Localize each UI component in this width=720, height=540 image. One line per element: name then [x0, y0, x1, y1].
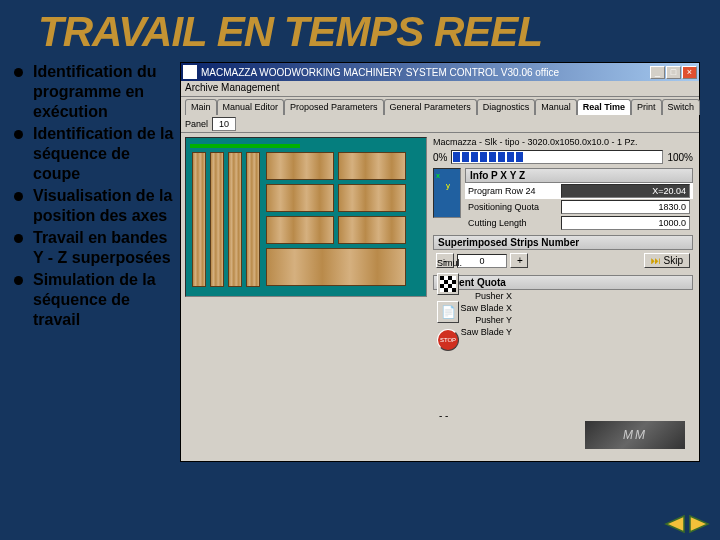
bullet-text: Travail en bandes Y - Z superposées — [33, 228, 180, 268]
bullet-text: Identification de la séquence de coupe — [33, 124, 180, 184]
tab-manual-editor[interactable]: Manual Editor — [217, 99, 285, 115]
bullet-text: Identification du programme en exécution — [33, 62, 180, 122]
program-row-value: X=20.04 — [561, 184, 690, 198]
strips-heading: Superimposed Strips Number — [433, 235, 693, 250]
svg-marker-10 — [690, 516, 708, 532]
svg-marker-9 — [666, 516, 684, 532]
wood-strip — [228, 152, 242, 287]
tab-main[interactable]: Main — [185, 99, 217, 115]
svg-rect-3 — [444, 280, 448, 284]
stop-icon: STOP — [440, 337, 456, 343]
wood-panel — [266, 216, 334, 244]
wood-panel — [338, 184, 406, 212]
document-button[interactable]: 📄 — [437, 301, 459, 323]
bullet-dot — [14, 130, 23, 139]
bullet-dot — [14, 276, 23, 285]
program-line: Macmazza - Slk - tipo - 3020.0x1050.0x10… — [433, 137, 693, 147]
wood-panel — [266, 152, 334, 180]
document-icon: 📄 — [441, 305, 456, 319]
program-row-label: Program Row 24 — [468, 186, 558, 196]
tab-general-params[interactable]: General Parameters — [384, 99, 477, 115]
tabbar: Main Manual Editor Proposed Parameters G… — [181, 97, 699, 115]
tab-diagnostics[interactable]: Diagnostics — [477, 99, 536, 115]
wood-strip — [192, 152, 206, 287]
svg-rect-8 — [452, 288, 456, 292]
wood-panel — [266, 248, 406, 286]
panel-value: 10 — [212, 117, 236, 131]
wood-panel — [338, 152, 406, 180]
bullet-dot — [14, 234, 23, 243]
progressbar — [451, 150, 663, 164]
titlebar: MACMAZZA WOODWORKING MACHINERY SYSTEM CO… — [181, 63, 699, 81]
wood-strip — [246, 152, 260, 287]
wood-strip — [210, 152, 224, 287]
lower-pane — [185, 301, 427, 457]
svg-rect-2 — [448, 276, 452, 280]
logo: MM — [585, 421, 685, 449]
wood-panel — [338, 216, 406, 244]
bullet-dot — [14, 68, 23, 77]
next-slide-button[interactable] — [688, 514, 712, 534]
svg-rect-5 — [440, 284, 444, 288]
menubar[interactable]: Archive Management — [181, 81, 699, 97]
dashes: - - — [439, 410, 448, 421]
progress-indicator — [190, 144, 300, 148]
bullet-dot — [14, 192, 23, 201]
close-button[interactable]: × — [682, 66, 697, 79]
svg-rect-6 — [448, 284, 452, 288]
minimize-button[interactable]: _ — [650, 66, 665, 79]
svg-rect-1 — [440, 276, 444, 280]
axis-diagram: x y — [433, 168, 461, 218]
checkered-flag-icon — [440, 276, 456, 292]
skip-button[interactable]: ⏭ Skip — [644, 253, 690, 268]
prev-slide-button[interactable] — [662, 514, 686, 534]
nav-buttons — [662, 514, 712, 534]
progress-left-label: 0% — [433, 152, 447, 163]
svg-rect-7 — [444, 288, 448, 292]
positioning-value: 1830.0 — [561, 200, 690, 214]
cutting-length-label: Cutting Length — [468, 218, 558, 228]
svg-rect-4 — [452, 280, 456, 284]
tab-switch[interactable]: Switch — [662, 99, 701, 115]
stop-button[interactable]: STOP — [437, 329, 459, 351]
app-window: MACMAZZA WOODWORKING MACHINERY SYSTEM CO… — [180, 62, 700, 462]
strips-value: 0 — [457, 254, 507, 268]
cutting-diagram — [185, 137, 427, 297]
progress-right-label: 100% — [667, 152, 693, 163]
subbar: Panel 10 — [181, 115, 699, 133]
plus-button[interactable]: + — [510, 253, 528, 268]
wood-panel — [266, 184, 334, 212]
slide-title: TRAVAIL EN TEMPS REEL — [0, 0, 720, 62]
positioning-label: Positioning Quota — [468, 202, 558, 212]
tab-realtime[interactable]: Real Time — [577, 99, 631, 115]
info-heading: Info P X Y Z — [465, 168, 693, 183]
cutting-length-value: 1000.0 — [561, 216, 690, 230]
bullet-text: Visualisation de la position des axes — [33, 186, 180, 226]
tab-manual[interactable]: Manual — [535, 99, 577, 115]
panel-label: Panel — [185, 119, 208, 129]
quota-heading: Current Quota — [433, 275, 693, 290]
app-icon — [183, 65, 197, 79]
simul-label: Simul. — [437, 258, 462, 268]
flag-button[interactable] — [437, 273, 459, 295]
bullet-list: Identification du programme en exécution… — [0, 62, 180, 462]
skip-icon: ⏭ — [651, 255, 661, 266]
maximize-button[interactable]: □ — [666, 66, 681, 79]
window-title: MACMAZZA WOODWORKING MACHINERY SYSTEM CO… — [201, 67, 649, 78]
tab-proposed-params[interactable]: Proposed Parameters — [284, 99, 384, 115]
tab-print[interactable]: Print — [631, 99, 662, 115]
bullet-text: Simulation de la séquence de travail — [33, 270, 180, 330]
